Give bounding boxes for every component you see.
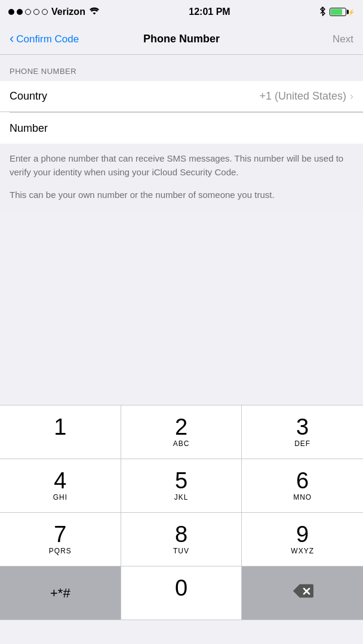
key-4-letters: GHI	[53, 493, 67, 503]
status-time: 12:01 PM	[189, 7, 230, 17]
carrier-label: Verizon	[51, 7, 85, 17]
number-row[interactable]: Number	[0, 113, 363, 144]
key-2[interactable]: 2 ABC	[121, 405, 242, 459]
bluetooth-icon	[319, 7, 326, 18]
key-2-number: 2	[175, 416, 187, 438]
signal-dot-1	[8, 9, 14, 15]
keypad: 1 2 ABC 3 DEF 4 GHI 5 JKL 6 MNO	[0, 405, 363, 620]
key-3-letters: DEF	[294, 439, 310, 449]
country-row[interactable]: Country +1 (United States) ›	[0, 81, 363, 112]
key-5[interactable]: 5 JKL	[121, 459, 242, 513]
key-symbols-label: +*#	[50, 586, 70, 601]
battery-indicator: ⚡	[330, 8, 355, 16]
description-text: Enter a phone number that can receive SM…	[10, 152, 353, 202]
key-6-number: 6	[296, 469, 309, 492]
key-0-number: 0	[175, 577, 187, 599]
signal-dot-4	[33, 9, 39, 15]
description-paragraph-2: This can be your own number or the numbe…	[10, 188, 353, 202]
delete-icon	[292, 583, 313, 603]
page-title: Phone Number	[143, 33, 220, 45]
key-8-number: 8	[175, 523, 187, 546]
country-value: +1 (United States)	[259, 90, 346, 103]
signal-dot-5	[42, 9, 48, 15]
key-delete[interactable]	[242, 566, 363, 620]
key-8[interactable]: 8 TUV	[121, 513, 242, 566]
key-symbols[interactable]: +*#	[0, 566, 121, 620]
main-content: PHONE NUMBER Country +1 (United States) …	[0, 55, 363, 405]
key-6-letters: MNO	[293, 493, 312, 503]
settings-table: Country +1 (United States) › Number	[0, 81, 363, 144]
description-paragraph-1: Enter a phone number that can receive SM…	[10, 152, 353, 179]
signal-dot-2	[17, 9, 23, 15]
key-5-number: 5	[175, 469, 187, 492]
section-header-label: PHONE NUMBER	[10, 67, 76, 76]
key-9-number: 9	[296, 523, 309, 546]
key-9[interactable]: 9 WXYZ	[242, 513, 363, 566]
key-0[interactable]: 0	[121, 566, 242, 620]
key-1-number: 1	[54, 416, 66, 438]
status-right: ⚡	[319, 7, 355, 18]
keypad-grid: 1 2 ABC 3 DEF 4 GHI 5 JKL 6 MNO	[0, 405, 363, 620]
key-7-letters: PQRS	[49, 547, 72, 556]
phone-number-section-header: PHONE NUMBER	[0, 55, 363, 81]
back-button-label: Confirm Code	[16, 33, 79, 45]
key-0-letters	[180, 600, 182, 610]
key-5-letters: JKL	[174, 493, 189, 503]
key-4-number: 4	[54, 469, 66, 492]
key-4[interactable]: 4 GHI	[0, 459, 121, 513]
description-section: Enter a phone number that can receive SM…	[0, 144, 363, 213]
number-label: Number	[10, 122, 353, 135]
back-arrow-icon: ‹	[10, 32, 14, 45]
key-8-letters: TUV	[173, 547, 189, 556]
key-9-letters: WXYZ	[291, 547, 314, 556]
key-6[interactable]: 6 MNO	[242, 459, 363, 513]
key-3-number: 3	[296, 416, 309, 438]
key-1[interactable]: 1	[0, 405, 121, 459]
country-label: Country	[10, 90, 259, 103]
key-3[interactable]: 3 DEF	[242, 405, 363, 459]
key-2-letters: ABC	[173, 439, 190, 449]
back-button[interactable]: ‹ Confirm Code	[10, 33, 79, 45]
key-7[interactable]: 7 PQRS	[0, 513, 121, 566]
status-bar: Verizon 12:01 PM ⚡	[0, 0, 363, 24]
key-7-number: 7	[54, 523, 66, 546]
chevron-right-icon: ›	[350, 90, 353, 103]
status-left: Verizon	[8, 7, 100, 17]
signal-dots	[8, 9, 48, 15]
key-1-letters	[59, 439, 61, 449]
wifi-icon	[89, 7, 100, 17]
next-button[interactable]: Next	[333, 33, 353, 45]
signal-dot-3	[25, 9, 31, 15]
navigation-bar: ‹ Confirm Code Phone Number Next	[0, 24, 363, 55]
